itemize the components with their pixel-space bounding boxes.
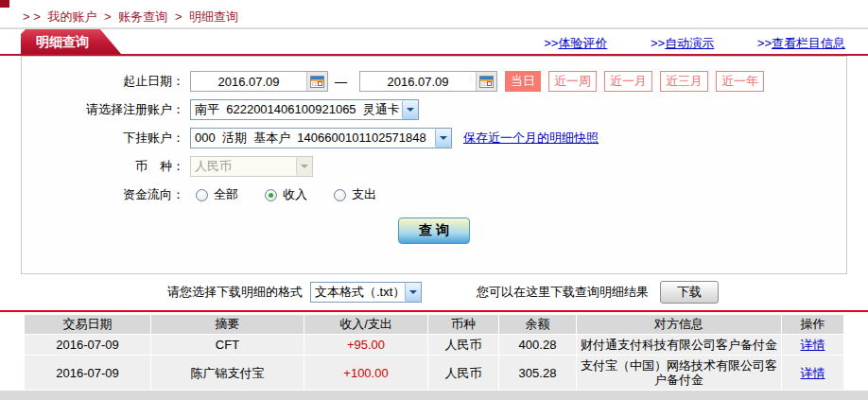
cell-currency: 人民币 [428, 335, 498, 355]
date-from-input[interactable] [191, 75, 306, 89]
column-header-currency: 币种 [428, 315, 498, 334]
flow-direction-label: 资金流向： [22, 186, 184, 203]
breadcrumb-item-detail-query[interactable]: 明细查询 [189, 9, 238, 24]
currency-select-disabled: 人民币 [190, 156, 313, 177]
corner-decoration [0, 0, 9, 8]
radio-checked-icon[interactable] [265, 189, 277, 201]
download-button[interactable]: 下载 [660, 281, 719, 304]
radio-option-income[interactable]: 收入 [265, 186, 307, 203]
radio-icon[interactable] [196, 189, 208, 201]
link-experience-rating[interactable]: >>体验评价 [544, 36, 607, 50]
download-format-value: 文本格式（.txt） [311, 284, 405, 301]
tab-detail-query[interactable]: 明细查询 [21, 29, 121, 54]
cell-currency: 人民币 [428, 356, 498, 390]
radio-label-expense: 支出 [352, 186, 376, 203]
register-account-value: 南平 6222001406100921065 灵通卡 [191, 101, 402, 118]
cell-date: 2016-07-09 [25, 335, 150, 355]
currency-value: 人民币 [191, 158, 296, 175]
breadcrumb-item-account-query[interactable]: 账务查询 [118, 9, 167, 24]
breadcrumb-item-my-account[interactable]: 我的账户 [47, 9, 96, 24]
date-range-row: 起止日期： — 当日 近一周 近一月 近三月 近一年 [22, 70, 846, 93]
date-from-field [190, 71, 328, 92]
sub-account-label: 下挂账户： [22, 130, 184, 147]
header-links: >>体验评价 >>自动演示 >>查看栏目信息 [544, 35, 845, 52]
currency-row: 币 种： 人民币 [22, 155, 846, 178]
download-hint-text: 您可以在这里下载查询明细结果 [477, 284, 649, 301]
sub-account-select[interactable]: 000 活期 基本户 1406600101102571848 [190, 128, 452, 148]
column-header-summary: 摘要 [151, 315, 304, 334]
register-account-row: 请选择注册账户： 南平 6222001406100921065 灵通卡 [22, 98, 846, 121]
calendar-button-to[interactable] [476, 72, 496, 91]
sub-account-value: 000 活期 基本户 1406600101102571848 [191, 130, 435, 147]
chevron-down-icon [296, 157, 312, 176]
breadcrumb: > > 我的账户 > 账务查询 > 明细查询 [0, 0, 868, 27]
download-format-select[interactable]: 文本格式（.txt） [310, 282, 422, 303]
column-header-balance: 余额 [499, 315, 576, 334]
sub-account-row: 下挂账户： 000 活期 基本户 1406600101102571848 保存近… [22, 127, 846, 149]
query-form-panel: 起止日期： — 当日 近一周 近一月 近三月 近一年 请选择注册账户： 南平 6… [21, 56, 847, 274]
radio-label-income: 收入 [283, 186, 307, 203]
download-strip: 请您选择下载明细的格式 文本格式（.txt） 您可以在这里下载查询明细结果 下载 [0, 274, 868, 310]
date-range-label: 起止日期： [22, 73, 184, 90]
link-view-column-info[interactable]: >>查看栏目信息 [757, 36, 845, 50]
cell-summary: 陈广锦支付宝 [151, 356, 304, 390]
register-account-select[interactable]: 南平 6222001406100921065 灵通卡 [190, 99, 419, 120]
column-header-action: 操作 [782, 315, 843, 334]
column-header-amount: 收入/支出 [304, 315, 427, 334]
chevron-down-icon[interactable] [405, 283, 421, 302]
breadcrumb-separator: > [175, 9, 182, 24]
link-auto-demo[interactable]: >>自动演示 [651, 36, 714, 50]
radio-label-all: 全部 [214, 186, 238, 203]
save-snapshot-link[interactable]: 保存近一个月的明细快照 [463, 130, 599, 147]
register-account-label: 请选择注册账户： [22, 101, 184, 118]
date-to-field [359, 71, 497, 92]
query-button-row: 查 询 [22, 217, 846, 244]
table-header-row: 交易日期 摘要 收入/支出 币种 余额 对方信息 操作 [25, 315, 843, 334]
section-header: 明细查询 >>体验评价 >>自动演示 >>查看栏目信息 [0, 29, 868, 54]
calendar-button-from[interactable] [306, 72, 327, 91]
cell-counterparty: 支付宝（中国）网络技术有限公司客户备付金 [577, 356, 781, 390]
radio-icon[interactable] [334, 189, 346, 201]
transactions-table: 交易日期 摘要 收入/支出 币种 余额 对方信息 操作 2016-07-09 C… [24, 314, 844, 391]
download-format-label: 请您选择下载明细的格式 [167, 284, 303, 301]
cell-balance: 305.28 [499, 356, 576, 390]
breadcrumb-separator: > [104, 9, 112, 24]
period-button-last-month[interactable]: 近一月 [604, 71, 652, 92]
query-button[interactable]: 查 询 [398, 217, 470, 244]
detail-link[interactable]: 详情 [801, 338, 825, 352]
calendar-icon [310, 76, 324, 88]
cell-balance: 400.28 [499, 335, 576, 355]
period-button-last-week[interactable]: 近一周 [548, 71, 597, 92]
table-row: 2016-07-09 CFT +95.00 人民币 400.28 财付通支付科技… [25, 335, 843, 355]
bottom-scroll-band [0, 391, 868, 400]
table-top-rule [0, 310, 868, 312]
date-range-dash: — [335, 75, 347, 89]
detail-link[interactable]: 详情 [801, 366, 825, 380]
chevron-down-icon[interactable] [402, 100, 418, 119]
flow-direction-row: 资金流向： 全部 收入 支出 [22, 183, 846, 206]
table-row: 2016-07-09 陈广锦支付宝 +100.00 人民币 305.28 支付宝… [25, 356, 843, 390]
period-button-today[interactable]: 当日 [505, 71, 541, 92]
calendar-icon [479, 76, 494, 88]
date-to-input[interactable] [360, 75, 476, 89]
period-button-last-3-months[interactable]: 近三月 [660, 71, 708, 92]
chevron-down-icon[interactable] [435, 129, 451, 148]
column-header-counterparty: 对方信息 [577, 315, 781, 334]
cell-summary: CFT [151, 335, 304, 355]
column-header-date: 交易日期 [25, 315, 150, 334]
period-button-last-year[interactable]: 近一年 [716, 71, 764, 92]
currency-label: 币 种： [22, 158, 184, 175]
cell-counterparty: 财付通支付科技有限公司客户备付金 [577, 335, 781, 355]
breadcrumb-prefix: > > [23, 9, 41, 24]
cell-amount: +95.00 [304, 335, 427, 355]
cell-date: 2016-07-09 [25, 356, 150, 390]
radio-option-expense[interactable]: 支出 [334, 186, 376, 203]
radio-option-all[interactable]: 全部 [196, 186, 238, 203]
cell-amount: +100.00 [304, 356, 427, 390]
